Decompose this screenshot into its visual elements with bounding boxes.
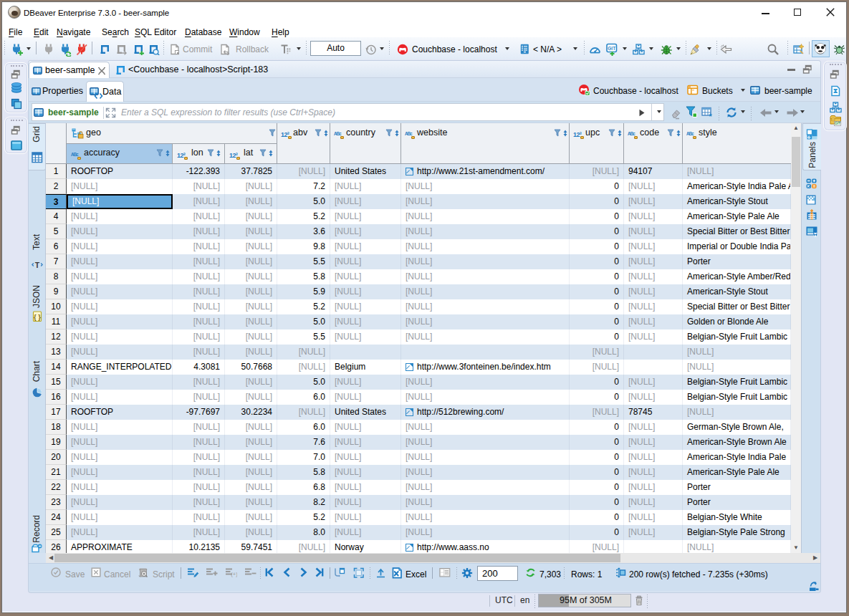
svg-text:GIT: GIT [835,122,840,125]
svg-text:T: T [35,261,40,269]
svg-text:GIT: GIT [608,46,615,51]
svg-text:(+): (+) [231,571,237,577]
svg-text:{ }: { } [34,313,41,321]
